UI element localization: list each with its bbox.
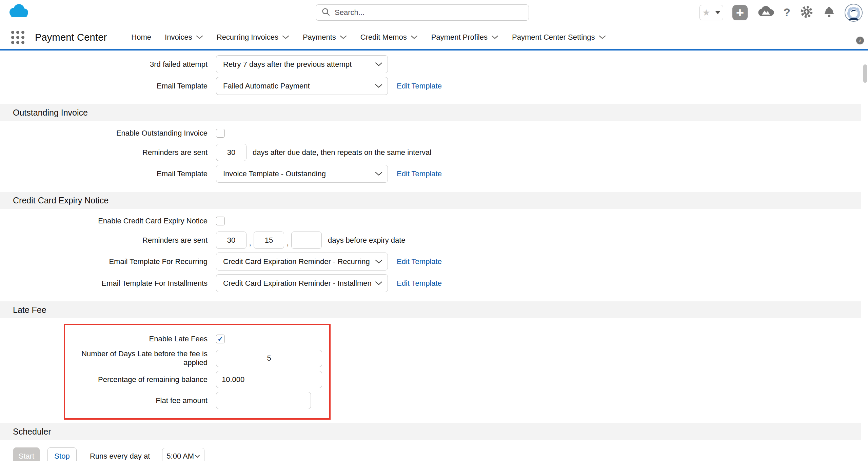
stop-button[interactable]: Stop [47, 447, 77, 461]
favorites-dropdown-button[interactable] [713, 5, 723, 20]
row-enable-late-fees: Enable Late Fees ✓ [65, 332, 329, 346]
field-label: Number of Days Late before the fee is ap… [65, 349, 208, 367]
chevron-down-icon [282, 35, 289, 39]
tab-payment-profiles[interactable]: Payment Profiles [425, 33, 505, 42]
select-value: Invoice Template - Outstanding [223, 169, 326, 178]
caret-down-icon [715, 11, 720, 14]
quick-add-button[interactable]: + [732, 5, 748, 20]
enable-cc-expiry-checkbox[interactable] [216, 217, 225, 225]
field-label: Reminders are sent [0, 148, 208, 157]
select-value: Credit Card Expiration Reminder - Instal… [223, 279, 371, 288]
field-label: Email Template [0, 169, 208, 178]
help-icon[interactable]: ? [784, 6, 790, 19]
cc-reminder-days-input-1[interactable] [216, 232, 246, 249]
field-label: Enable Late Fees [65, 335, 208, 343]
info-icon[interactable]: i [856, 37, 864, 44]
edit-template-link[interactable]: Edit Template [397, 169, 442, 178]
separator-text: , [246, 239, 254, 249]
section-title: Late Fee [13, 305, 46, 315]
section-header-credit-card-expiry: Credit Card Expiry Notice [0, 192, 861, 209]
chevron-down-icon [195, 455, 200, 458]
notifications-bell-icon[interactable] [823, 6, 835, 20]
tab-label: Credit Memos [360, 33, 407, 42]
row-cc-reminders: Reminders are sent , , days before expir… [0, 232, 868, 249]
failed-email-template-select[interactable]: Failed Automatic Payment [216, 77, 388, 95]
tab-payments[interactable]: Payments [296, 33, 354, 42]
search-icon [321, 7, 330, 18]
tab-payment-center-settings[interactable]: Payment Center Settings [505, 33, 613, 42]
start-button[interactable]: Start [13, 447, 40, 461]
select-value: Credit Card Expiration Reminder - Recurr… [223, 257, 370, 266]
select-value: 5:00 AM [166, 452, 194, 461]
row-days-late: Number of Days Late before the fee is ap… [65, 349, 329, 367]
edit-template-link[interactable]: Edit Template [397, 82, 442, 91]
chevron-down-icon [375, 84, 382, 88]
field-suffix-text: days before expiry date [328, 236, 406, 245]
run-time-select[interactable]: 5:00 AM [162, 448, 204, 461]
edit-template-link[interactable]: Edit Template [397, 257, 442, 266]
section-header-scheduler: Scheduler [0, 423, 861, 440]
row-cc-template-recurring: Email Template For Recurring Credit Card… [0, 253, 868, 270]
trailhead-icon[interactable] [757, 4, 774, 21]
row-enable-cc-expiry: Enable Credit Card Expiry Notice [0, 214, 868, 228]
tab-label: Payments [303, 33, 336, 42]
tab-credit-memos[interactable]: Credit Memos [354, 33, 425, 42]
chevron-down-icon [375, 172, 382, 176]
row-flat-fee: Flat fee amount [65, 392, 329, 409]
row-outstanding-email-template: Email Template Invoice Template - Outsta… [0, 165, 868, 183]
flat-fee-input[interactable] [216, 392, 311, 409]
section-header-outstanding-invoice: Outstanding Invoice [0, 104, 861, 121]
tab-label: Payment Center Settings [512, 33, 595, 42]
chevron-down-icon [491, 35, 498, 39]
percentage-balance-input[interactable] [216, 371, 322, 388]
field-label: 3rd failed attempt [0, 60, 208, 69]
section-title: Scheduler [13, 427, 51, 437]
field-label: Percentage of remaining balance [65, 375, 208, 384]
salesforce-cloud-logo [7, 3, 29, 21]
tab-home[interactable]: Home [124, 33, 158, 42]
section-title: Outstanding Invoice [13, 108, 88, 118]
cc-template-installments-select[interactable]: Credit Card Expiration Reminder - Instal… [216, 274, 388, 292]
user-avatar[interactable] [845, 4, 863, 22]
late-fee-annotation-box: Enable Late Fees ✓ Number of Days Late b… [64, 324, 331, 420]
favorites-star-icon[interactable]: ★ [700, 5, 713, 20]
chevron-down-icon [599, 35, 606, 39]
chevron-down-icon [411, 35, 418, 39]
app-launcher-icon[interactable] [11, 31, 24, 44]
section-title: Credit Card Expiry Notice [13, 196, 108, 205]
days-late-input[interactable] [216, 350, 322, 367]
field-label: Flat fee amount [65, 396, 208, 405]
chevron-down-icon [340, 35, 347, 39]
tab-invoices[interactable]: Invoices [158, 33, 210, 42]
vertical-scrollbar-thumb[interactable] [863, 64, 867, 83]
field-label: Enable Outstanding Invoice [0, 129, 208, 138]
tab-recurring-invoices[interactable]: Recurring Invoices [210, 33, 296, 42]
cc-reminder-days-input-3[interactable] [291, 232, 322, 249]
field-suffix-text: days after due date, then repeats on the… [253, 148, 431, 157]
edit-template-link[interactable]: Edit Template [397, 279, 442, 288]
global-header: Search... ★ + ? [0, 0, 868, 25]
header-actions: ★ + ? [699, 4, 863, 21]
scheduler-controls: Start Stop Runs every day at 5:00 AM [13, 447, 868, 461]
3rd-failed-attempt-select[interactable]: Retry 7 days after the previous attempt [216, 55, 388, 73]
app-name: Payment Center [35, 32, 107, 43]
section-header-late-fee: Late Fee [0, 301, 861, 318]
setup-gear-icon[interactable] [800, 5, 814, 20]
global-search-input[interactable]: Search... [316, 4, 529, 21]
runs-every-day-label: Runs every day at [90, 452, 150, 461]
field-label: Reminders are sent [0, 236, 208, 245]
enable-outstanding-invoice-checkbox[interactable] [216, 129, 225, 138]
tab-label: Invoices [165, 33, 192, 42]
row-failed-email-template: Email Template Failed Automatic Payment … [0, 77, 868, 95]
cc-reminder-days-input-2[interactable] [254, 232, 284, 249]
row-outstanding-reminders: Reminders are sent days after due date, … [0, 144, 868, 161]
checkbox-check-icon: ✓ [217, 335, 223, 343]
outstanding-reminder-days-input[interactable] [216, 144, 246, 161]
outstanding-email-template-select[interactable]: Invoice Template - Outstanding [216, 165, 388, 183]
row-cc-template-installments: Email Template For Installments Credit C… [0, 274, 868, 292]
settings-form: 3rd failed attempt Retry 7 days after th… [0, 51, 868, 461]
app-nav-bar: Payment Center Home Invoices Recurring I… [0, 25, 868, 51]
cc-template-recurring-select[interactable]: Credit Card Expiration Reminder - Recurr… [216, 253, 388, 270]
field-label: Email Template For Installments [0, 279, 208, 288]
enable-late-fees-checkbox[interactable]: ✓ [216, 335, 225, 343]
